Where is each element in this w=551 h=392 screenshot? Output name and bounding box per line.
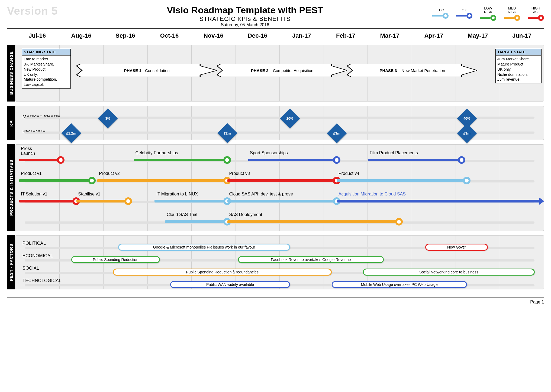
project-label: Cloud SAS API; dev, test & prove — [229, 192, 293, 197]
project-segment: IT Solution v1 — [19, 200, 76, 202]
starting-state-box: STARTING STATELate to market.3% Market S… — [22, 49, 71, 89]
project-row: PressLaunchCelebrity PartnershipsSport S… — [19, 149, 540, 167]
project-row: IT Solution v1Stabilise v1IT Migration t… — [19, 190, 540, 208]
project-cap — [333, 156, 340, 164]
project-cap — [88, 177, 96, 184]
lane-pest: POLITICALGoogle & Microsoft monopolies P… — [15, 235, 544, 289]
project-segment: PressLaunch — [19, 159, 61, 161]
project-label: Stabilise v1 — [78, 192, 100, 197]
project-segment: Cloud SAS Trial — [165, 220, 228, 223]
project-segment: Sport Sponsorships — [248, 159, 337, 161]
target-state-head: TARGET STATE — [496, 49, 541, 55]
footer: Page 1 — [7, 298, 544, 305]
project-segment: Product v1 — [19, 179, 92, 182]
legend-item: TBC — [432, 8, 449, 19]
pest-label: SOCIAL — [22, 266, 39, 271]
legend-item: LOW RISK — [480, 6, 496, 21]
kpi-diamond: £1.2m — [61, 123, 81, 143]
project-label: SAS Deployment — [229, 212, 262, 217]
project-label: Cloud SAS Trial — [167, 212, 197, 217]
project-cap — [223, 156, 231, 164]
project-cap — [395, 218, 403, 226]
kpi-row: MARKET SHARE3%20%40% — [19, 110, 540, 123]
kpi-diamond: £2m — [218, 123, 238, 143]
pest-row: ECONOMICALPublic Spending ReductionFaceb… — [19, 252, 540, 263]
pest-label: ECONOMICAL — [22, 253, 53, 258]
project-segment: Stabilise v1 — [76, 200, 128, 202]
legend-label: HIGH RISK — [531, 6, 540, 14]
kpi-diamond: £3m — [327, 123, 347, 143]
month-header: Nov-16 — [191, 29, 236, 43]
title-block: Visio Roadmap Template with PEST STRATEG… — [58, 5, 432, 27]
main-title: Visio Roadmap Template with PEST — [58, 5, 432, 15]
project-row: Cloud SAS TrialSAS Deployment — [19, 211, 540, 228]
project-segment: IT Migration to LINUX — [154, 200, 227, 202]
project-label: Celebrity Partnerships — [136, 151, 178, 155]
project-segment: Celebrity Partnerships — [134, 159, 228, 161]
legend: TBCOKLOW RISKMED RISKHIGH RISK — [432, 5, 544, 21]
pest-pill: Public WAN widely available — [170, 281, 290, 288]
month-header: Feb-17 — [324, 29, 368, 43]
project-label: Product v3 — [229, 171, 250, 176]
project-label: Product v2 — [99, 171, 120, 176]
month-header: Jun-17 — [500, 29, 544, 43]
project-cap — [463, 177, 471, 184]
lane-business: STARTING STATELate to market.3% Market S… — [15, 45, 544, 102]
project-label: IT Migration to LINUX — [156, 192, 198, 197]
starting-state-head: STARTING STATE — [22, 49, 70, 55]
swimlane-business: BUSINESS CHANGE — [7, 45, 15, 102]
page-number: Page 1 — [530, 300, 544, 304]
project-cap — [57, 156, 65, 164]
grid: STARTING STATELate to market.3% Market S… — [15, 45, 544, 289]
phase-arrow: PHASE 3 – New Market Penetration — [347, 64, 477, 77]
project-segment: Product v4 — [337, 179, 467, 182]
pest-row: SOCIALPublic Spending Reduction à redund… — [19, 265, 540, 275]
project-label: Product v4 — [339, 171, 359, 176]
month-header: Apr-17 — [412, 29, 456, 43]
legend-lollipop — [504, 15, 520, 21]
starting-state-body: Late to market.3% Market Share.New Produ… — [22, 55, 70, 88]
legend-lollipop — [432, 13, 449, 19]
pest-pill: New Govt? — [425, 244, 488, 251]
legend-lollipop — [480, 15, 496, 21]
project-label: Sport Sponsorships — [250, 151, 288, 155]
phase-arrow: PHASE 2 – Competitor Acquisition — [217, 64, 347, 77]
month-header: Jul-16 — [15, 29, 59, 43]
legend-lollipop — [528, 15, 544, 21]
header: Version 5 Visio Roadmap Template with PE… — [7, 5, 544, 29]
lane-kpi: MARKET SHARE3%20%40%REVENUE£1.2m£2m£3m£3… — [15, 106, 544, 140]
version-label: Version 5 — [7, 5, 58, 17]
project-segment: Film Product Placements — [368, 159, 462, 161]
project-cap — [458, 156, 465, 164]
project-row: Product v1Product v2Product v3Product v4 — [19, 169, 540, 187]
project-label: PressLaunch — [21, 146, 35, 156]
month-header: Aug-16 — [59, 29, 104, 43]
legend-lollipop — [456, 13, 472, 19]
project-segment: SAS Deployment — [227, 220, 399, 223]
kpi-row: REVENUE£1.2m£2m£3m£3m — [19, 125, 540, 138]
month-header: Jan-17 — [279, 29, 324, 43]
kpi-diamond: £3m — [457, 123, 477, 143]
legend-label: MED RISK — [508, 6, 516, 14]
legend-label: OK — [462, 8, 467, 12]
pest-pill: Social Networking core to business — [363, 269, 535, 276]
legend-label: TBC — [437, 8, 444, 12]
project-cap — [124, 197, 132, 205]
month-header: Mar-17 — [368, 29, 412, 43]
month-header: Oct-16 — [147, 29, 192, 43]
pest-label: TECHNOLOGICAL — [22, 278, 61, 283]
lane-projects: PressLaunchCelebrity PartnershipsSport S… — [15, 144, 544, 231]
swimlane-projects: PROJECTS & INITIATIVES — [7, 144, 15, 231]
target-state-box: TARGET STATE40% Market Share.Mature Prod… — [495, 49, 542, 83]
target-state-body: 40% Market Share.Mature Product.UK only.… — [496, 55, 541, 83]
content: BUSINESS CHANGE KPI PROJECTS & INITIATIV… — [7, 45, 544, 289]
pest-pill: Public Spending Reduction à redundancies — [113, 269, 332, 276]
phase-arrow: PHASE 1 - Consolidation — [76, 64, 217, 77]
pest-pill: Mobile Web Usage overtakes PC Web Usage — [332, 281, 467, 288]
project-segment: Acquisition Migration to Cloud SAS — [337, 200, 540, 202]
project-label: IT Solution v1 — [21, 192, 47, 197]
project-label: Product v1 — [21, 171, 41, 176]
pest-label: POLITICAL — [22, 241, 46, 246]
swimlane-labels: BUSINESS CHANGE KPI PROJECTS & INITIATIV… — [7, 45, 15, 289]
swimlane-pest: PEST - FACTORS — [7, 235, 15, 289]
